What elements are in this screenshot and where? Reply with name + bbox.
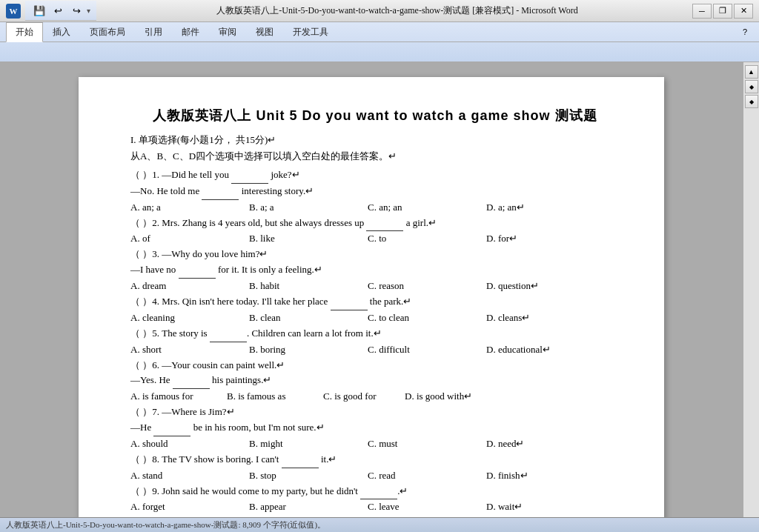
question-2: （ ）2. Mrs. Zhang is 4 years old, but she…: [130, 216, 620, 232]
q1-options: A. an; a B. a; a C. an; an D. a; an↵: [130, 202, 620, 213]
tab-view[interactable]: 视图: [246, 22, 283, 42]
document-scroll[interactable]: 课件站 www.kjzhan.com 人教版英语八上 Unit 5 Do you…: [0, 62, 743, 517]
q9-options: A. forget B. appear C. leave D. wait↵: [130, 501, 620, 513]
quick-access-dropdown: ▾: [87, 7, 90, 15]
close-button[interactable]: ✕: [734, 4, 753, 19]
question-1: （ ）1. —Did he tell you joke?↵ —No. He to…: [130, 167, 620, 200]
q1-bracket: （ ）1. —Did he tell you joke?↵: [130, 169, 300, 180]
document-area: 课件站 www.kjzhan.com 人教版英语八上 Unit 5 Do you…: [0, 62, 759, 517]
document-page: 课件站 www.kjzhan.com 人教版英语八上 Unit 5 Do you…: [79, 77, 664, 517]
ribbon-tab-bar: 开始 插入 页面布局 引用 邮件 审阅 视图 开发工具 ?: [0, 22, 759, 42]
tab-insert[interactable]: 插入: [43, 22, 80, 42]
question-9: （ ）9. John said he would come to my part…: [130, 484, 620, 500]
q3-options: A. dream B. habit C. reason D. question↵: [130, 280, 620, 292]
undo-button[interactable]: ↩: [50, 2, 66, 19]
tab-page-layout[interactable]: 页面布局: [80, 22, 135, 42]
q5-options: A. short B. boring C. difficult D. educa…: [130, 344, 620, 356]
q6-options: A. is famous for B. is famous as C. is g…: [130, 390, 620, 402]
q1-line2: —No. He told me interesting story.↵: [130, 185, 314, 196]
window-title: 人教版英语八上-Unit-5-Do-you-want-to-watch-a-ga…: [102, 4, 692, 17]
ribbon-placeholder: [7, 47, 10, 56]
q2-options: A. of B. like C. to D. for↵: [130, 233, 620, 245]
question-8: （ ）8. The TV show is boring. I can't it.…: [130, 452, 620, 468]
question-6: （ ）6. —Your cousin can paint well.↵ —Yes…: [130, 358, 620, 390]
minimize-button[interactable]: ─: [692, 4, 712, 19]
question-10: （ ）10. You can't expect a new language i…: [130, 515, 620, 517]
tab-review[interactable]: 审阅: [209, 22, 246, 42]
tool-btn-2[interactable]: ◆: [745, 80, 758, 93]
section-i-instruction: 从A、B、C、D四个选项中选择可以填入空白处的最佳答案。↵: [130, 150, 620, 163]
title-bar: W 💾 ↩ ↪ ▾ 人教版英语八上-Unit-5-Do-you-want-to-…: [0, 0, 759, 22]
status-bar: 人教版英语八上-Unit-5-Do-you-want-to-watch-a-ga…: [0, 517, 759, 532]
question-4: （ ）4. Mrs. Qin isn't here today. I'll ta…: [130, 294, 620, 310]
window-controls: ─ ❐ ✕: [692, 4, 753, 19]
q4-options: A. cleaning B. clean C. to clean D. clea…: [130, 312, 620, 324]
app-icon: W: [6, 4, 21, 19]
tab-references[interactable]: 引用: [135, 22, 172, 42]
tool-btn-3[interactable]: ◆: [745, 95, 758, 108]
sidebar-tools: ▲ ◆ ◆: [743, 62, 759, 517]
tab-home[interactable]: 开始: [6, 22, 43, 42]
restore-button[interactable]: ❐: [713, 4, 732, 19]
q7-options: A. should B. might C. must D. need↵: [130, 438, 620, 450]
question-3: （ ）3. —Why do you love him?↵ —I have no …: [130, 247, 620, 279]
document-title: 人教版英语八上 Unit 5 Do you want to watch a ga…: [130, 107, 620, 124]
save-button[interactable]: 💾: [31, 2, 47, 19]
section-i-header: I. 单项选择(每小题1分， 共15分)↵: [130, 133, 620, 147]
question-5: （ ）5. The story is . Children can learn …: [130, 326, 620, 342]
help-button[interactable]: ?: [737, 24, 753, 40]
status-text: 人教版英语八上-Unit-5-Do-you-want-to-watch-a-ga…: [6, 519, 325, 531]
q8-options: A. stand B. stop C. read D. finish↵: [130, 470, 620, 482]
tab-developer[interactable]: 开发工具: [283, 22, 338, 42]
tab-mailings[interactable]: 邮件: [172, 22, 209, 42]
tool-btn-1[interactable]: ▲: [745, 65, 758, 79]
question-7: （ ）7. —Where is Jim?↵ —He be in his room…: [130, 405, 620, 436]
redo-button[interactable]: ↪: [68, 2, 84, 19]
ribbon: 开始 插入 页面布局 引用 邮件 审阅 视图 开发工具 ?: [0, 22, 759, 62]
